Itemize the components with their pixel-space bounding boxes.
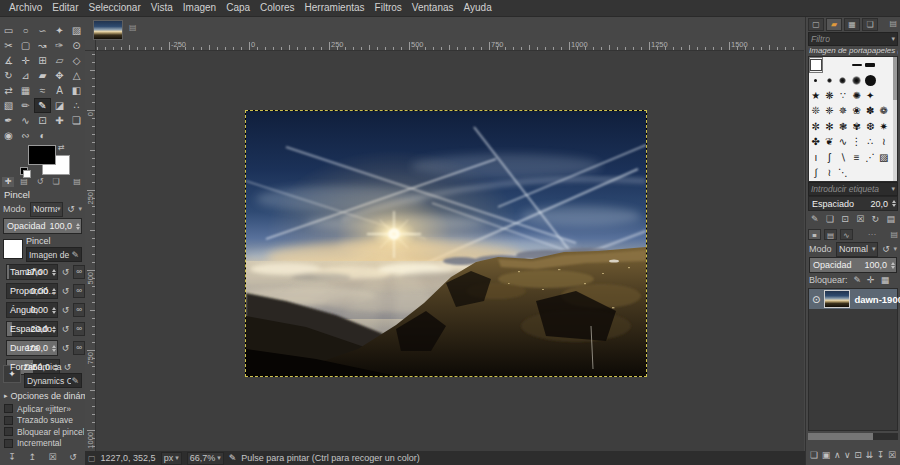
- tab-images[interactable]: ❏: [50, 177, 62, 187]
- save-tool-preset-button[interactable]: ↧: [8, 452, 16, 462]
- tool-zoom[interactable]: ⊙: [68, 38, 85, 53]
- brush-item[interactable]: [809, 57, 823, 73]
- spinner-arrows[interactable]: [52, 322, 56, 336]
- tool-smudge[interactable]: ∾: [17, 128, 34, 143]
- reset-dureza-icon[interactable]: ↺: [60, 342, 71, 354]
- checkbox-option-1[interactable]: Trazado suave: [4, 415, 84, 427]
- lock-pixels-icon[interactable]: ✎: [854, 275, 862, 285]
- brush-item[interactable]: [850, 57, 864, 73]
- tool-airbrush[interactable]: ∴: [68, 98, 85, 113]
- tab-brushes[interactable]: ▰: [826, 18, 842, 31]
- brush-item[interactable]: [850, 73, 864, 89]
- link-angulo-icon[interactable]: ∞: [73, 303, 85, 317]
- brush-item[interactable]: ✽: [863, 104, 877, 120]
- tool-clone[interactable]: ⊡: [34, 113, 51, 128]
- brush-item[interactable]: ∿: [836, 135, 850, 151]
- edit-dynamics-icon[interactable]: ✎: [71, 376, 79, 386]
- tool-free-select[interactable]: ∽: [34, 23, 51, 38]
- tab-channels[interactable]: ▤: [824, 229, 837, 240]
- brush-item[interactable]: ʃ: [823, 150, 837, 166]
- dock-menu-icon[interactable]: ▤: [890, 230, 898, 239]
- lower-layer-button[interactable]: ∨: [844, 450, 851, 460]
- spinner-arrows[interactable]: [892, 197, 896, 210]
- new-layer-group-button[interactable]: ▣: [822, 450, 831, 460]
- foreground-color-swatch[interactable]: [28, 145, 56, 165]
- menu-seleccionar[interactable]: Seleccionar: [83, 0, 145, 16]
- brush-item[interactable]: ∖: [836, 150, 850, 166]
- refresh-brushes-button[interactable]: ↻: [872, 214, 880, 224]
- edit-brush-icon[interactable]: ✎: [71, 250, 79, 260]
- reset-tool-options-button[interactable]: ↺: [69, 452, 77, 462]
- slider-tamano[interactable]: Tamaño17,00: [6, 264, 58, 280]
- slider-espaciado[interactable]: Espaciado20,0: [6, 321, 58, 337]
- tool-paintbrush[interactable]: ✎: [34, 98, 51, 113]
- tool-heal[interactable]: ✚: [51, 113, 68, 128]
- menu-ventanas[interactable]: Ventanas: [407, 0, 459, 16]
- brush-item[interactable]: ❊: [809, 104, 823, 120]
- brush-item[interactable]: ❆: [863, 119, 877, 135]
- reset-angulo-icon[interactable]: ↺: [60, 304, 71, 316]
- anchor-layer-button[interactable]: ↧: [877, 450, 885, 460]
- new-brush-button[interactable]: ❏: [826, 214, 834, 224]
- brush-item[interactable]: ≡: [850, 150, 864, 166]
- ruler-origin[interactable]: [85, 40, 96, 51]
- blend-space-chevron-icon[interactable]: ▾: [893, 245, 897, 253]
- tool-warp-transform[interactable]: ≈: [34, 83, 51, 98]
- tab-patterns[interactable]: ▦: [844, 18, 860, 31]
- tool-shear[interactable]: ▰: [34, 68, 51, 83]
- brush-item[interactable]: ❦: [823, 135, 837, 151]
- slider-angulo[interactable]: Ángulo0,00: [6, 302, 58, 318]
- swap-colors-icon[interactable]: ⇄: [58, 143, 65, 152]
- tool-mypaint-brush[interactable]: ∿: [17, 113, 34, 128]
- tool-unified-transform[interactable]: ◇: [68, 53, 85, 68]
- spinner-arrows[interactable]: [54, 360, 58, 374]
- brush-item[interactable]: ✤: [809, 135, 823, 151]
- vertical-ruler[interactable]: 02505007501000: [85, 51, 96, 451]
- quickmask-toggle[interactable]: ▢: [88, 454, 96, 463]
- delete-brush-button[interactable]: ☒: [856, 214, 864, 224]
- visibility-eye-icon[interactable]: ⊙: [812, 294, 820, 305]
- reset-espaciado-icon[interactable]: ↺: [60, 323, 71, 335]
- delete-tool-preset-button[interactable]: ☒: [49, 452, 57, 462]
- brush-item[interactable]: ∵: [836, 88, 850, 104]
- brush-item[interactable]: ❋: [823, 88, 837, 104]
- tool-eraser[interactable]: ◪: [51, 98, 68, 113]
- brush-item[interactable]: ✼: [809, 119, 823, 135]
- menu-colores[interactable]: Colores: [255, 0, 299, 16]
- brush-item[interactable]: [863, 73, 877, 89]
- tool-alignment[interactable]: ⊞: [34, 53, 51, 68]
- tool-select-by-color[interactable]: ▨: [68, 23, 85, 38]
- mode-select[interactable]: Normal▾: [30, 202, 63, 217]
- checkbox-option-2[interactable]: Bloquear el pincel a la vista: [4, 426, 84, 438]
- tool-gradient[interactable]: ▧: [0, 98, 17, 113]
- spinner-arrows[interactable]: [52, 341, 56, 355]
- merge-layer-button[interactable]: ⇊: [866, 450, 874, 460]
- dock-menu-icon[interactable]: ▤: [71, 177, 83, 187]
- layers-scrollbar[interactable]: [808, 433, 898, 440]
- brush-grid-scrollbar[interactable]: [893, 57, 897, 181]
- tool-paths[interactable]: ↝: [34, 38, 51, 53]
- duplicate-brush-button[interactable]: ⊡: [841, 214, 849, 224]
- tab-tool-presets[interactable]: ▢: [808, 18, 824, 31]
- brush-chooser[interactable]: Pincel Imagen de porta✎: [3, 236, 82, 262]
- tool-measure[interactable]: ∡: [0, 53, 17, 68]
- tool-ellipse-select[interactable]: ○: [17, 23, 34, 38]
- brush-item[interactable]: ✺: [850, 88, 864, 104]
- tab-layers[interactable]: ≡: [808, 229, 821, 240]
- brush-filter-input[interactable]: Filtro ▾: [808, 32, 898, 46]
- checkbox-option-3[interactable]: Incremental: [4, 438, 84, 450]
- raise-layer-button[interactable]: ∧: [834, 450, 841, 460]
- image-tab[interactable]: [93, 20, 123, 40]
- layer-row[interactable]: ⊙ dawn-1900: [809, 289, 897, 309]
- spinner-arrows[interactable]: [52, 284, 56, 298]
- link-proporcion-icon[interactable]: ∞: [73, 284, 85, 298]
- brush-item[interactable]: ❃: [836, 119, 850, 135]
- spinner-arrows[interactable]: [891, 258, 895, 272]
- tool-dodge-burn[interactable]: ◐: [34, 128, 51, 143]
- checkbox-option-0[interactable]: Aplicar «jitter»: [4, 403, 84, 415]
- brush-item[interactable]: ⋮: [850, 135, 864, 151]
- brush-value-entry[interactable]: Imagen de porta✎: [26, 247, 82, 262]
- brush-item[interactable]: [863, 57, 877, 73]
- dynamics-value-entry[interactable]: Dynamics Off✎: [24, 373, 82, 388]
- brush-item[interactable]: ✦: [863, 88, 877, 104]
